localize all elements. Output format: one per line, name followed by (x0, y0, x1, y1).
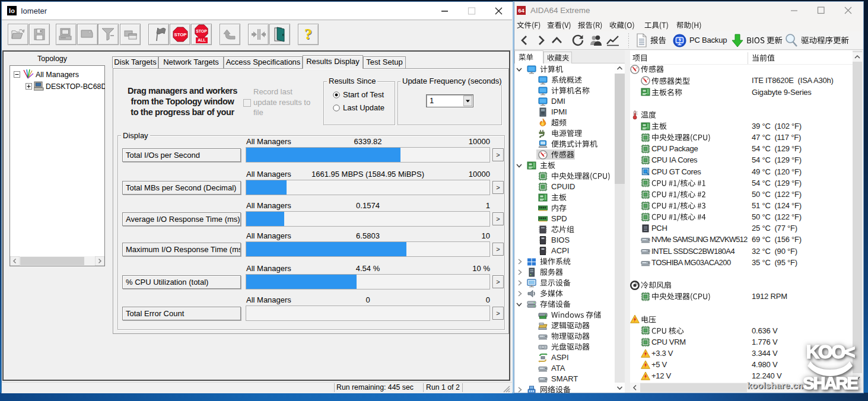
svg-text:STOP: STOP (196, 29, 207, 33)
svg-text:STOP: STOP (174, 32, 186, 37)
